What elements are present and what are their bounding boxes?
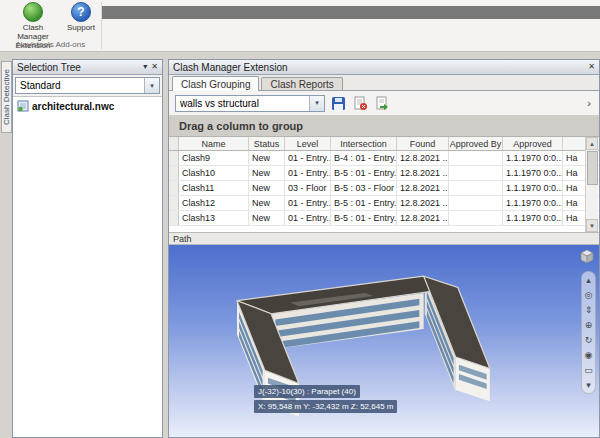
table-cell: [449, 211, 503, 225]
support-button[interactable]: ? Support: [62, 2, 100, 32]
table-cell: 12.8.2021 ...: [397, 211, 449, 225]
clash-test-dropdown[interactable]: walls vs structural ▾: [175, 95, 325, 112]
scrollbar-thumb[interactable]: [587, 151, 598, 185]
path-label: Path: [173, 234, 192, 244]
support-icon: ?: [71, 2, 91, 22]
table-cell: Clash11: [179, 181, 249, 195]
table-row[interactable]: Clash13New01 - Entry...B-5 : 01 - Entry.…: [169, 211, 599, 226]
camera-icon[interactable]: ▭: [584, 365, 593, 375]
panel-menu-icon[interactable]: ▾: [143, 62, 147, 72]
ribbon-group-separator: [101, 2, 102, 49]
table-row[interactable]: Clash12New01 - Entry...B-5 : 01 - Entry.…: [169, 196, 599, 211]
tab-clash-reports-label: Clash Reports: [270, 79, 333, 90]
tab-clash-reports[interactable]: Clash Reports: [261, 77, 342, 90]
collapse-up-icon[interactable]: ▴: [586, 275, 591, 285]
close-icon[interactable]: ✕: [151, 62, 158, 72]
table-cell: 1.1.1970 0:0...: [503, 211, 563, 225]
table-cell: [449, 196, 503, 210]
table-cell: New: [249, 166, 285, 180]
page-delete-icon: [353, 96, 368, 111]
selection-tree-header: Selection Tree ▾ ✕: [13, 60, 162, 75]
steering-wheel-icon[interactable]: ◎: [585, 290, 593, 300]
table-row[interactable]: Clash11New03 - FloorB-5 : 03 - Floor12.8…: [169, 181, 599, 196]
application-window: Clash Manager Extension ? Support Navist…: [0, 0, 600, 438]
column-header[interactable]: Name: [179, 137, 249, 150]
row-selector-cell: [169, 166, 179, 180]
table-cell: B-5 : 03 - Floor: [331, 181, 397, 195]
table-cell: Clash10: [179, 166, 249, 180]
table-cell: [449, 181, 503, 195]
pan-icon[interactable]: ⇕: [585, 305, 593, 315]
group-bar-text: Drag a column to group: [179, 120, 303, 132]
dropdown-arrow-icon: ▾: [309, 96, 324, 111]
column-header[interactable]: Approved By: [449, 137, 503, 150]
selection-mode-dropdown[interactable]: Standard ▾: [15, 77, 160, 94]
save-button[interactable]: [330, 95, 347, 112]
table-cell: B-5 : 01 - Entry...: [331, 196, 397, 210]
column-header[interactable]: Intersection: [331, 137, 397, 150]
orbit-icon[interactable]: ↻: [585, 335, 593, 345]
table-cell: [449, 151, 503, 165]
table-cell: 1.1.1970 0:0...: [503, 196, 563, 210]
column-header[interactable]: Found: [397, 137, 449, 150]
table-cell: 12.8.2021 ...: [397, 166, 449, 180]
support-button-label: Support: [62, 23, 100, 32]
tab-clash-detective[interactable]: Clash Detective: [1, 61, 12, 133]
dropdown-arrow-icon: ▾: [144, 78, 159, 93]
table-row[interactable]: Clash9New01 - Entry...B-4 : 01 - Entry..…: [169, 151, 599, 166]
export-icon: [375, 96, 390, 111]
ribbon: Clash Manager Extension ? Support Navist…: [0, 0, 600, 52]
table-body: Clash9New01 - Entry...B-4 : 01 - Entry..…: [169, 151, 599, 226]
nwc-file-icon: [17, 100, 29, 112]
path-bar: Path: [169, 232, 599, 245]
table-cell: B-4 : 01 - Entry...: [331, 151, 397, 165]
column-header[interactable]: Approved: [503, 137, 563, 150]
tab-clash-grouping[interactable]: Clash Grouping: [172, 76, 259, 91]
clash-toolbar: walls vs structural ▾: [169, 91, 599, 115]
export-button[interactable]: [374, 95, 391, 112]
save-icon: [331, 96, 346, 111]
group-by-dropzone[interactable]: Drag a column to group: [169, 115, 599, 137]
clash-manager-title: Clash Manager Extension: [173, 62, 288, 73]
chevron-right-icon[interactable]: ›: [587, 97, 593, 109]
selection-tree-view: architectural.nwc: [13, 96, 162, 437]
scroll-up-icon[interactable]: ▲: [586, 137, 598, 150]
table-cell: Clash13: [179, 211, 249, 225]
tree-item-architectural[interactable]: architectural.nwc: [13, 97, 162, 115]
row-selector-cell: [169, 181, 179, 195]
close-icon[interactable]: ✕: [588, 62, 595, 72]
column-header[interactable]: Level: [285, 137, 331, 150]
zoom-icon[interactable]: ⊕: [585, 320, 593, 330]
clash-test-value: walls vs structural: [176, 98, 309, 109]
viewport-nav-bar: ▴◎⇕⊕↻◉▭▾: [581, 271, 596, 394]
table-cell: 01 - Entry...: [285, 211, 331, 225]
table-cell: 1.1.1970 0:0...: [503, 181, 563, 195]
row-selector-header: [169, 137, 179, 150]
table-cell: Clash9: [179, 151, 249, 165]
selection-tree-panel: Selection Tree ▾ ✕ Standard ▾ architectu…: [12, 59, 163, 438]
table-scrollbar[interactable]: ▲ ▼: [585, 137, 598, 232]
table-cell: B-5 : 01 - Entry...: [331, 211, 397, 225]
table-header-row: NameStatusLevelIntersectionFoundApproved…: [169, 137, 599, 151]
table-cell: 12.8.2021 ...: [397, 151, 449, 165]
table-cell: New: [249, 196, 285, 210]
delete-report-button[interactable]: [352, 95, 369, 112]
column-header[interactable]: Status: [249, 137, 285, 150]
clash-manager-panel: Clash Manager Extension ✕ Clash Grouping…: [168, 59, 600, 438]
ribbon-group-label: Navistools Add-ons: [2, 40, 100, 49]
look-icon[interactable]: ◉: [585, 350, 593, 360]
selection-mode-value: Standard: [16, 80, 144, 91]
scroll-down-icon[interactable]: ▼: [586, 219, 598, 232]
window-titlebar-strip: [102, 6, 600, 19]
table-cell: 01 - Entry...: [285, 196, 331, 210]
tree-item-label: architectural.nwc: [32, 101, 114, 112]
clash-detective-tab-label: Clash Detective: [2, 69, 11, 125]
table-cell: B-5 : 01 - Entry...: [331, 166, 397, 180]
collapse-down-icon[interactable]: ▾: [586, 380, 591, 390]
view-cube-icon[interactable]: [579, 249, 595, 265]
tab-bar: Clash Grouping Clash Reports: [169, 75, 599, 91]
viewport-object-tooltip: J(-32)-10(30) : Parapet (40): [254, 385, 360, 398]
row-selector-cell: [169, 151, 179, 165]
3d-viewport[interactable]: J(-32)-10(30) : Parapet (40) X: 95,548 m…: [169, 245, 599, 437]
table-row[interactable]: Clash10New01 - Entry...B-5 : 01 - Entry.…: [169, 166, 599, 181]
